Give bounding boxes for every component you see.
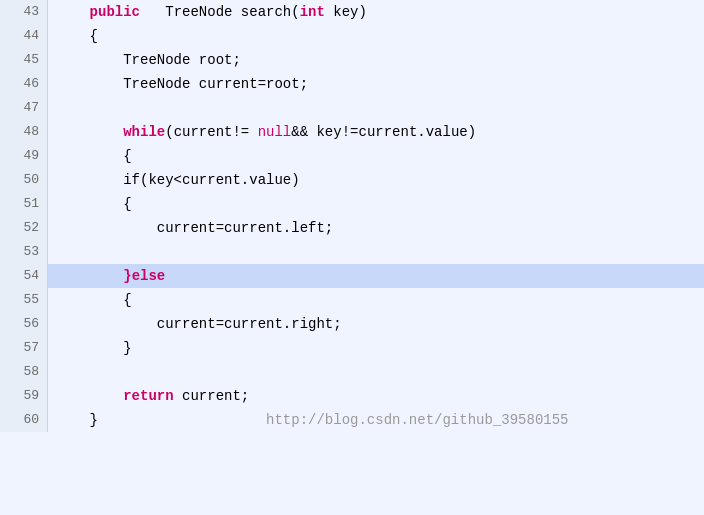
line-number: 51: [0, 192, 48, 216]
code-row: 56 current=current.right;: [0, 312, 704, 336]
line-number: 60: [0, 408, 48, 432]
code-container: 43 public TreeNode search(int key)44 {45…: [0, 0, 704, 515]
line-number: 48: [0, 120, 48, 144]
code-content: {: [48, 288, 704, 312]
code-row: 55 {: [0, 288, 704, 312]
code-row: 49 {: [0, 144, 704, 168]
line-number: 52: [0, 216, 48, 240]
code-row: 46 TreeNode current=root;: [0, 72, 704, 96]
code-content: {: [48, 192, 704, 216]
code-content: }else: [48, 264, 704, 288]
code-row: 45 TreeNode root;: [0, 48, 704, 72]
line-number: 57: [0, 336, 48, 360]
line-number: 49: [0, 144, 48, 168]
code-row: 47: [0, 96, 704, 120]
line-number: 58: [0, 360, 48, 384]
code-content: while(current!= null&& key!=current.valu…: [48, 120, 704, 144]
code-content: public TreeNode search(int key): [48, 0, 704, 24]
line-number: 59: [0, 384, 48, 408]
code-row: 48 while(current!= null&& key!=current.v…: [0, 120, 704, 144]
code-content: } http://blog.csdn.net/github_39580155: [48, 408, 704, 432]
code-content: [48, 96, 704, 120]
code-content: [48, 240, 704, 264]
code-row: 59 return current;: [0, 384, 704, 408]
line-number: 50: [0, 168, 48, 192]
code-row: 53: [0, 240, 704, 264]
code-row: 51 {: [0, 192, 704, 216]
code-content: TreeNode root;: [48, 48, 704, 72]
code-row: 54 }else: [0, 264, 704, 288]
line-number: 56: [0, 312, 48, 336]
code-content: TreeNode current=root;: [48, 72, 704, 96]
line-number: 44: [0, 24, 48, 48]
line-number: 54: [0, 264, 48, 288]
code-content: {: [48, 144, 704, 168]
code-content: current=current.left;: [48, 216, 704, 240]
code-row: 50 if(key<current.value): [0, 168, 704, 192]
code-row: 43 public TreeNode search(int key): [0, 0, 704, 24]
line-number: 53: [0, 240, 48, 264]
code-row: 60 } http://blog.csdn.net/github_3958015…: [0, 408, 704, 432]
code-lines: 43 public TreeNode search(int key)44 {45…: [0, 0, 704, 432]
code-content: if(key<current.value): [48, 168, 704, 192]
line-number: 46: [0, 72, 48, 96]
code-row: 52 current=current.left;: [0, 216, 704, 240]
line-number: 45: [0, 48, 48, 72]
line-number: 47: [0, 96, 48, 120]
code-row: 58: [0, 360, 704, 384]
line-number: 55: [0, 288, 48, 312]
code-content: {: [48, 24, 704, 48]
code-content: [48, 360, 704, 384]
code-row: 57 }: [0, 336, 704, 360]
code-row: 44 {: [0, 24, 704, 48]
code-content: return current;: [48, 384, 704, 408]
line-number: 43: [0, 0, 48, 24]
code-content: }: [48, 336, 704, 360]
code-content: current=current.right;: [48, 312, 704, 336]
